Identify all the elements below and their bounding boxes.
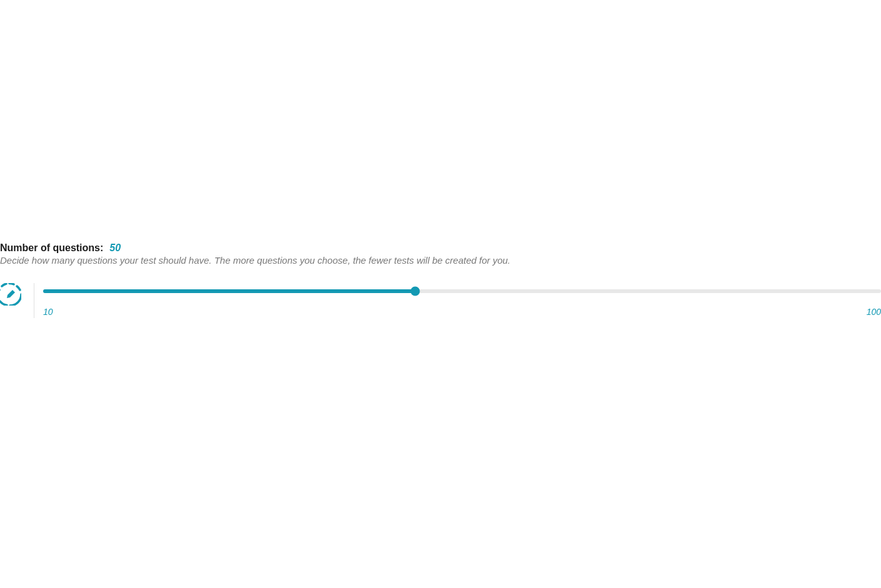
progress-edit-icon bbox=[0, 283, 21, 306]
slider-max-label: 100 bbox=[867, 307, 881, 317]
vertical-divider bbox=[34, 283, 34, 318]
slider-fill bbox=[43, 289, 415, 293]
questions-description: Decide how many questions your test shou… bbox=[0, 255, 881, 266]
questions-value: 50 bbox=[109, 242, 121, 254]
edit-icon-container bbox=[0, 283, 34, 306]
slider-thumb[interactable] bbox=[411, 287, 420, 296]
slider-min-label: 10 bbox=[43, 307, 53, 317]
questions-label: Number of questions: bbox=[0, 242, 103, 254]
questions-slider[interactable] bbox=[43, 289, 881, 293]
